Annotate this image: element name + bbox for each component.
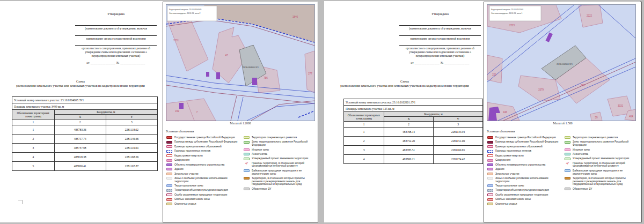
legend-item-label: Охотничьи угодья: [174, 203, 196, 206]
approval-caption-2: наименование органа государственной влас…: [399, 37, 481, 41]
legend-swatch-icon: [487, 193, 493, 196]
approval-caption-3: органа местного самоуправления, принявши…: [75, 47, 157, 57]
date-number-line: от _______________ № _______________: [75, 61, 157, 65]
map-info-box: Кадастровый квартал: 23:16:0304005 Систе…: [167, 6, 217, 21]
legend-swatch-icon: [166, 150, 172, 153]
parcel-number-label: 1846: [292, 16, 298, 18]
approval-title: Утверждена: [399, 12, 481, 16]
legend-item: Границы муниципальных образований: [166, 145, 239, 148]
legend-item: Игорные зоны: [244, 148, 313, 152]
legend-item-label: Кадастровые кварталы: [495, 154, 524, 158]
legend-item: Особые экономические зоны: [487, 198, 560, 201]
legend-item-label: Зоны территориального развития Российско…: [573, 140, 634, 146]
legend-swatch-icon: [487, 168, 493, 170]
legend-item: Игорные зоны: [565, 148, 634, 152]
legend-item: Зоны с особыми условиями использования т…: [487, 177, 560, 183]
approval-caption-1: (наименование документа об утверждении, …: [75, 27, 157, 31]
parcel-number-label: 47: [225, 54, 228, 57]
scheme-title: Схема расположения земельного участка ил…: [327, 79, 482, 88]
point-number: 1: [344, 128, 384, 137]
legend-swatch-icon: [244, 153, 250, 155]
target-parcel-label: 23:16:0304005:ЗУ1: [243, 66, 259, 69]
table-row: 3483785.512281160.65: [344, 146, 483, 155]
building: [206, 72, 209, 77]
map-legend-panel: 111 2223 2222 223 3379 120 3331 464 59 4…: [484, 2, 642, 222]
approval-caption-1: (наименование документа об утверждении, …: [399, 27, 481, 31]
approval-title: Утверждена: [75, 12, 157, 16]
coord-y: 2281174.42: [434, 155, 483, 164]
approval-block: Утверждена (наименование документа об ут…: [75, 12, 157, 64]
legend-item: Границы населенных пунктов: [166, 150, 239, 153]
legend-item: Территориальные зоны: [166, 184, 239, 188]
point-number: 2: [12, 135, 55, 144]
legend-item: Особо охраняемые природные территории: [487, 193, 560, 197]
approval-caption-3: органа местного самоуправления, принявши…: [399, 47, 481, 57]
legend-swatch-icon: [565, 148, 570, 151]
legend-swatch-icon: [565, 188, 570, 190]
legend-swatch-icon: [487, 136, 493, 139]
cadastral-map: 111 2223 2222 223 3379 120 3331 464 59 4…: [487, 4, 636, 121]
legend-item: Особо охраняемые природные территории: [166, 193, 239, 197]
legend-swatch-icon: [244, 148, 250, 151]
legend-item-label: Здания: [495, 168, 504, 171]
legend-item-label: Границы муниципальных образований: [174, 145, 222, 148]
table-row: 1483783.362281118.02: [12, 125, 158, 135]
legend-item-label: Территориальные зоны: [495, 184, 524, 188]
parcel-area: Площадь земельного участка: 125 кв. м: [344, 106, 483, 112]
index-row: 1 2 3: [12, 120, 158, 125]
point-number: 5: [12, 162, 55, 171]
legend-item-label: Кадастровые кварталы: [174, 154, 203, 158]
legend-item: Байкальская природная территория и ее эк…: [244, 169, 313, 175]
table-row: 3483737.982281110.64: [12, 144, 158, 153]
legend-swatch-icon: [487, 173, 493, 175]
parcel-number-label: 7: [196, 111, 198, 114]
legend-swatch-icon: [166, 154, 172, 157]
parcel-number-label: 169: [175, 110, 179, 113]
legend-swatch-icon: [565, 136, 570, 139]
legend-item: Земельные участки: [487, 173, 560, 176]
legend-item: Границы муниципальных образований: [487, 145, 560, 148]
legend-item: Кадастровые кварталы: [487, 154, 560, 158]
coord-y: 2281151.00: [434, 137, 483, 146]
legend-swatch-icon: [166, 177, 172, 180]
legend-swatch-icon: [565, 158, 570, 160]
legend-swatch-icon: [487, 189, 493, 192]
table-row: 4483800.212281174.42: [344, 155, 483, 164]
point-number: 4: [344, 155, 384, 164]
legend-swatch-icon: [166, 173, 172, 175]
legend-item: Объекты незавершенного строительства: [487, 163, 560, 167]
legend-item-label: Зоны с особыми условиями использования т…: [495, 177, 560, 183]
conditional-number: Условный номер земельного участка: 23:16…: [12, 97, 158, 103]
legend-item: Здания: [487, 168, 560, 171]
legend-item: Территории объектов культурного наследия: [166, 189, 239, 192]
legend-column-left: Государственная граница Российской Федер…: [487, 136, 560, 207]
column-header-x: X: [54, 115, 106, 120]
coord-x: 483818.38: [54, 153, 106, 162]
legend-item: Зоны с особыми условиями использования т…: [166, 177, 239, 183]
coord-y: 2281167.87: [106, 162, 157, 171]
column-header-points: Обозначение характерных точек границ: [344, 112, 384, 122]
legend-item: ∕,∕Границы территории, в отношении котор…: [565, 162, 634, 168]
document-page-left: Утверждена (наименование документа об ут…: [0, 1, 318, 222]
legend-item-label: Территории, в отношении которых приняты …: [252, 177, 313, 186]
legend-item-label: Утверждаемый проект межевания территории: [573, 157, 629, 160]
building: [179, 103, 184, 109]
legend-item-label: Границы территории, в отношении которой …: [573, 162, 634, 168]
coord-y: 2281110.64: [106, 144, 157, 153]
legend-swatch-icon: [166, 189, 172, 192]
legend-item-label: Зоны с особыми условиями использования т…: [174, 177, 239, 183]
legend-item-label: Граница между субъектами Российской Феде…: [174, 140, 237, 144]
legend-swatch-icon: [166, 203, 172, 205]
legend-swatch-icon: [166, 136, 172, 139]
map-scale: Масштаб 1:2000: [163, 122, 318, 125]
table-row: 2483752.202281151.00: [344, 137, 483, 146]
legend-item-label: Границы населенных пунктов: [495, 150, 531, 153]
legend: Государственная граница Российской Федер…: [166, 136, 316, 220]
legend-item-label: Территории, в отношении которых приняты …: [573, 177, 634, 186]
legend-item: Утверждаемый проект межевания территории: [565, 157, 634, 160]
parcel-number-label: 3379: [538, 88, 544, 91]
parcel-number-label: 446: [503, 111, 507, 114]
index-cell: 1: [344, 122, 384, 128]
legend-swatch-icon: [244, 136, 250, 139]
table-row: 5483860.412281167.87: [12, 162, 158, 171]
